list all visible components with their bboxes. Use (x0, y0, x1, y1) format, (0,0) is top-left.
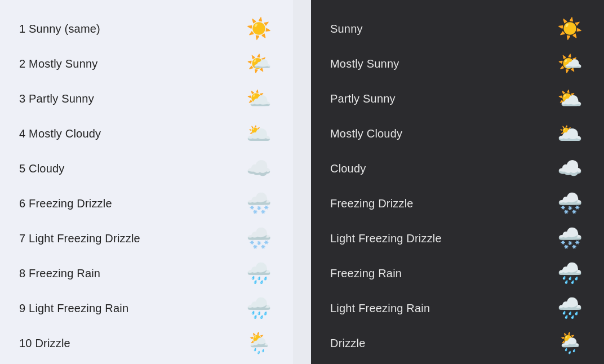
weather-label: Mostly Cloudy (330, 127, 556, 140)
weather-label: Mostly Sunny (330, 57, 556, 70)
weather-row: 8 Freezing Rain🌧️ (17, 256, 276, 291)
weather-label: 7 Light Freezing Drizzle (19, 232, 245, 245)
weather-icon: 🌨️ (245, 192, 274, 215)
weather-icon: 🌧️ (245, 261, 274, 285)
weather-row: Mostly Sunny🌤️ (328, 46, 587, 81)
weather-label: Light Freezing Drizzle (330, 232, 556, 245)
weather-row: 2 Mostly Sunny🌤️ (17, 46, 276, 81)
weather-row: Light Freezing Rain🌧️ (328, 291, 587, 326)
weather-row: 3 Partly Sunny⛅ (17, 81, 276, 116)
weather-row: Drizzle🌦️ (328, 326, 587, 361)
weather-icon: 🌧️ (556, 261, 585, 285)
weather-icon: ☀️ (556, 17, 585, 41)
weather-icon: 🌦️ (245, 331, 274, 355)
weather-row: 1 Sunny (same)☀️ (17, 11, 276, 46)
weather-label: Light Freezing Rain (330, 302, 556, 315)
weather-icon: 🌨️ (556, 192, 585, 215)
weather-label: Partly Sunny (330, 92, 556, 105)
weather-icon: ⛅ (556, 87, 585, 110)
weather-row: Light Freezing Drizzle🌨️ (328, 221, 587, 256)
weather-icon: 🌨️ (245, 227, 274, 250)
weather-row: 6 Freezing Drizzle🌨️ (17, 186, 276, 221)
weather-label: 2 Mostly Sunny (19, 57, 245, 70)
weather-icon: 🌨️ (556, 227, 585, 250)
weather-label: 4 Mostly Cloudy (19, 127, 245, 140)
weather-row: Mostly Cloudy🌥️ (328, 116, 587, 151)
weather-label: Sunny (330, 23, 556, 35)
weather-icon: 🌦️ (556, 331, 585, 355)
weather-label: Freezing Rain (330, 267, 556, 280)
weather-row: Cloudy☁️ (328, 151, 587, 186)
weather-row: Freezing Rain🌧️ (328, 256, 587, 291)
weather-icon: 🌧️ (556, 296, 585, 320)
weather-icon: ☁️ (556, 157, 585, 180)
dark-panel: Sunny☀️Mostly Sunny🌤️Partly Sunny⛅Mostly… (311, 0, 604, 364)
light-panel: 1 Sunny (same)☀️2 Mostly Sunny🌤️3 Partly… (0, 0, 293, 364)
weather-row: 10 Drizzle🌦️ (17, 326, 276, 361)
weather-label: 9 Light Freezing Rain (19, 302, 245, 315)
weather-label: 8 Freezing Rain (19, 267, 245, 280)
weather-label: Cloudy (330, 162, 556, 175)
weather-label: 5 Cloudy (19, 162, 245, 175)
weather-label: Drizzle (330, 337, 556, 350)
weather-icon: 🌤️ (556, 52, 585, 76)
weather-icon: ☀️ (245, 17, 274, 41)
weather-row: 5 Cloudy☁️ (17, 151, 276, 186)
weather-row: 9 Light Freezing Rain🌧️ (17, 291, 276, 326)
weather-row: Partly Sunny⛅ (328, 81, 587, 116)
weather-icon: ☁️ (245, 157, 274, 180)
weather-icon: 🌤️ (245, 52, 274, 76)
weather-row: Sunny☀️ (328, 11, 587, 46)
weather-row: 4 Mostly Cloudy🌥️ (17, 116, 276, 151)
weather-label: 6 Freezing Drizzle (19, 197, 245, 210)
weather-icon: 🌥️ (245, 122, 274, 145)
weather-label: 1 Sunny (same) (19, 23, 245, 35)
weather-label: 3 Partly Sunny (19, 92, 245, 105)
weather-label: 10 Drizzle (19, 337, 245, 350)
weather-icon: 🌥️ (556, 122, 585, 145)
weather-label: Freezing Drizzle (330, 197, 556, 210)
weather-icon: ⛅ (245, 87, 274, 110)
weather-row: Freezing Drizzle🌨️ (328, 186, 587, 221)
weather-icon: 🌧️ (245, 296, 274, 320)
weather-row: 7 Light Freezing Drizzle🌨️ (17, 221, 276, 256)
